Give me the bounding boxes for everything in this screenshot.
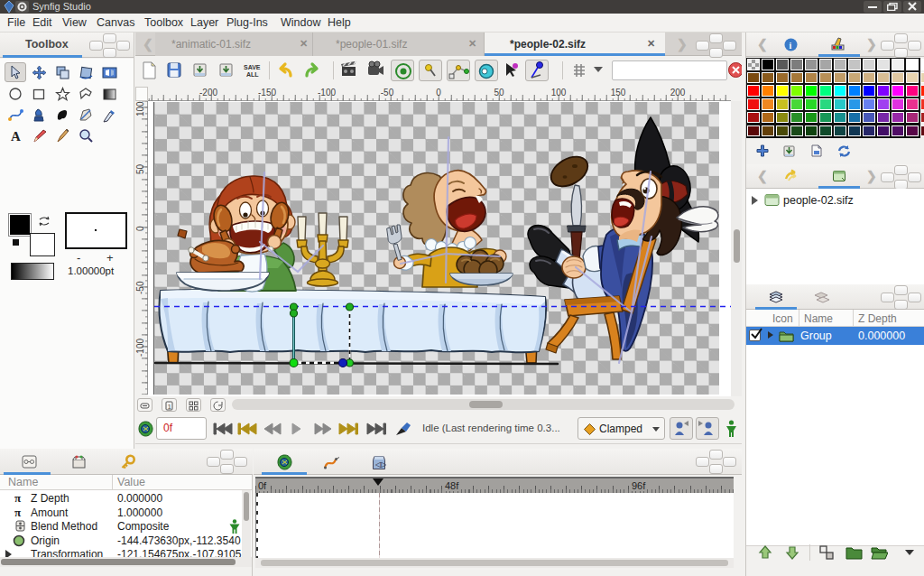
svg-text:1: 1 [168,403,172,411]
svg-text:π: π [14,506,21,517]
svg-text:i: i [790,41,792,51]
svg-text:A: A [11,129,21,144]
svg-text:SAVE: SAVE [244,64,261,70]
svg-text:π: π [14,492,21,503]
svg-text:◁▷: ◁▷ [374,460,386,469]
svg-text:ALL: ALL [246,71,259,78]
